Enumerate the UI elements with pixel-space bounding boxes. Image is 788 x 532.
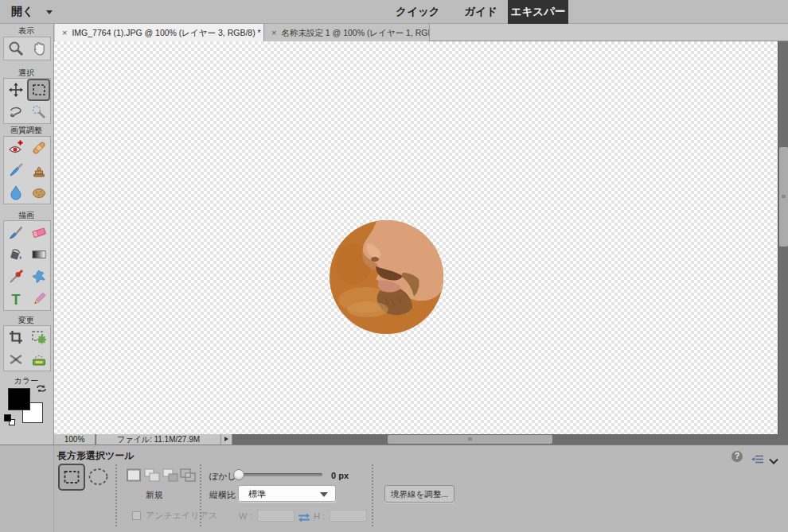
spot-healing-brush-tool-icon <box>31 140 47 156</box>
hand-tool-button[interactable] <box>27 37 50 60</box>
crop-tool-icon <box>8 329 24 345</box>
elliptical-marquee-option-button[interactable] <box>88 467 109 487</box>
zoom-tool-button[interactable] <box>4 37 27 60</box>
svg-text:T: T <box>11 292 20 308</box>
cookie-cutter-tool-button[interactable] <box>27 326 50 348</box>
close-tab-icon[interactable]: × <box>62 24 67 41</box>
eyedropper-tool-button[interactable] <box>4 266 27 288</box>
open-button[interactable]: 開く <box>11 5 33 19</box>
blur-tool-icon <box>8 184 24 200</box>
shape-tool-button[interactable] <box>27 266 50 288</box>
selection-mode-subtract-button[interactable] <box>162 468 179 483</box>
sponge-tool-button[interactable] <box>27 181 50 204</box>
feather-slider-knob[interactable] <box>233 469 244 480</box>
pencil-tool-icon <box>31 291 47 307</box>
doc-tab-label: 名称未設定 1 @ 100% (レイヤー 1, RGB/8) * <box>281 28 430 37</box>
shape-tool-icon <box>31 269 47 285</box>
recompose-tool-icon <box>31 351 47 367</box>
elliptical-marquee-icon <box>88 467 109 487</box>
quick-selection-tool-icon <box>31 104 47 120</box>
options-separator <box>372 464 373 526</box>
selection-mode-add-button[interactable] <box>143 468 161 483</box>
tool-options-panel: 長方形選択ツール 新規 アンチエイリアス ぼかし: 0 px 縦横比 : <box>0 445 788 532</box>
rectangular-marquee-tool-button[interactable] <box>27 79 50 101</box>
straighten-tool-button[interactable] <box>4 348 27 371</box>
move-tool-button[interactable] <box>4 79 27 101</box>
clone-stamp-tool-button[interactable] <box>27 159 50 181</box>
red-eye-removal-tool-icon <box>8 140 24 156</box>
smart-brush-tool-button[interactable] <box>4 159 27 181</box>
tab-quick[interactable]: クイック <box>392 0 443 24</box>
chevron-down-icon[interactable] <box>46 10 53 14</box>
move-tool-icon <box>8 82 24 98</box>
modify-tool-group <box>3 325 51 371</box>
panel-divider <box>53 445 54 532</box>
brush-tool-button[interactable] <box>4 221 27 243</box>
rectangular-marquee-icon <box>63 469 80 485</box>
doc-tab-untitled1[interactable]: ×名称未設定 1 @ 100% (レイヤー 1, RGB/8) * <box>264 24 430 41</box>
pencil-tool-button[interactable] <box>27 288 50 310</box>
paint-bucket-tool-icon <box>8 247 24 262</box>
aspect-ratio-dropdown[interactable]: 標準 <box>238 485 336 502</box>
blur-tool-button[interactable] <box>4 181 27 204</box>
collapse-panel-icon[interactable] <box>769 453 778 460</box>
section-select-label: 選択 <box>0 68 53 79</box>
panel-menu-icon[interactable] <box>751 452 764 467</box>
rectangular-marquee-tool-icon <box>31 82 47 98</box>
antialias-label: アンチエイリアス <box>146 510 217 522</box>
horizontal-scrollbar-thumb[interactable] <box>388 435 552 444</box>
tab-expert[interactable]: エキスパート <box>508 0 568 24</box>
crop-tool-button[interactable] <box>4 326 27 348</box>
file-info-field[interactable]: ファイル: 11.1M/27.9M <box>96 434 221 445</box>
height-input[interactable] <box>330 510 367 522</box>
gradient-tool-icon <box>31 247 47 262</box>
type-tool-icon: T <box>8 291 24 307</box>
zoom-level-field[interactable]: 100% <box>54 434 96 445</box>
hand-tool-icon <box>31 41 47 56</box>
help-icon[interactable]: ? <box>731 451 743 462</box>
doc-tab-img7764[interactable]: ×IMG_7764 (1).JPG @ 100% (レイヤー 3, RGB/8)… <box>55 24 264 41</box>
gradient-tool-button[interactable] <box>27 243 50 266</box>
refine-edge-button[interactable]: 境界線を調整... <box>384 485 454 503</box>
quick-selection-tool-button[interactable] <box>27 101 50 123</box>
swap-width-height-icon[interactable] <box>298 511 310 525</box>
foreground-color-swatch[interactable] <box>8 388 30 410</box>
feather-slider-track[interactable] <box>239 473 322 476</box>
enhance-tool-group <box>3 136 51 204</box>
type-tool-button[interactable]: T <box>4 288 27 310</box>
close-tab-icon[interactable]: × <box>271 24 276 41</box>
straighten-tool-icon <box>8 351 24 367</box>
lasso-tool-button[interactable] <box>4 101 27 123</box>
select-tool-group <box>3 78 51 124</box>
tab-guided[interactable]: ガイド <box>458 0 503 24</box>
canvas-area[interactable] <box>54 41 778 434</box>
doc-tab-label: IMG_7764 (1).JPG @ 100% (レイヤー 3, RGB/8) … <box>72 28 260 37</box>
recompose-tool-button[interactable] <box>27 348 50 371</box>
status-expander-icon[interactable] <box>221 434 232 445</box>
brush-tool-icon <box>8 224 24 240</box>
section-view-label: 表示 <box>0 25 53 37</box>
vertical-scrollbar-thumb[interactable] <box>779 147 788 247</box>
section-modify-label: 変更 <box>0 315 53 326</box>
red-eye-removal-tool-button[interactable] <box>4 137 27 159</box>
document-tab-bar: ×IMG_7764 (1).JPG @ 100% (レイヤー 3, RGB/8)… <box>54 24 788 41</box>
height-label: H : <box>314 511 325 521</box>
default-colors-icon[interactable] <box>4 414 11 421</box>
vertical-scrollbar[interactable] <box>778 41 788 434</box>
paint-bucket-tool-button[interactable] <box>4 243 27 266</box>
rectangular-marquee-option-button[interactable] <box>58 464 85 491</box>
draw-tool-group: T <box>3 220 51 311</box>
spot-healing-brush-tool-button[interactable] <box>27 137 50 159</box>
antialias-checkbox[interactable] <box>132 511 141 520</box>
eraser-tool-button[interactable] <box>27 221 50 243</box>
swap-colors-icon[interactable] <box>35 383 48 398</box>
section-draw-label: 描画 <box>0 210 53 221</box>
cookie-cutter-tool-icon <box>31 329 47 345</box>
clone-stamp-tool-icon <box>31 162 47 178</box>
width-input[interactable] <box>257 510 295 522</box>
feather-value: 0 px <box>331 471 349 480</box>
selection-mode-new-button[interactable] <box>125 468 142 483</box>
app-window: 開く クイック ガイド エキスパート ×IMG_7764 (1).JPG @ 1… <box>0 0 788 532</box>
selection-mode-label: 新規 <box>119 489 189 501</box>
selection-mode-intersect-button[interactable] <box>179 468 197 483</box>
